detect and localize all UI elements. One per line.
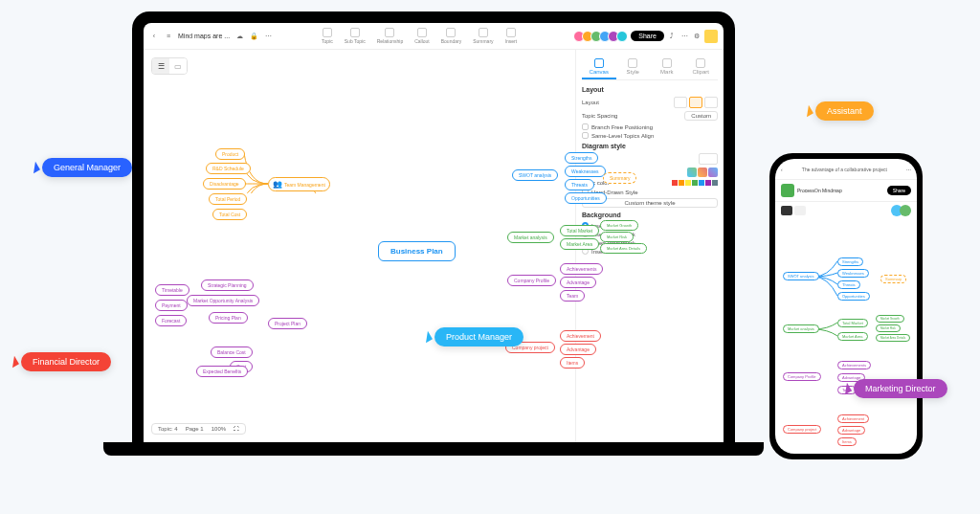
color-swatch[interactable] [705,180,711,186]
overflow-icon[interactable]: ⋯ [679,32,689,41]
rainbow-swatch[interactable] [708,168,718,177]
node-leaf[interactable]: Market Risk [600,232,634,242]
color-swatch[interactable] [672,180,678,186]
node-leaf[interactable]: R&D Schedule [206,163,251,174]
topic-style-option[interactable] [699,153,718,165]
status-page[interactable]: Page 1 [186,426,204,432]
overflow-icon[interactable]: ⋯ [906,167,911,172]
node-leaf[interactable]: Pricing Plan [209,312,248,324]
rainbow-swatch[interactable] [687,168,697,177]
more-icon[interactable]: ⋯ [263,32,273,41]
node-leaf[interactable]: Timetable [155,284,189,296]
tool-boundary[interactable]: Boundary [436,26,466,46]
phone-node[interactable]: Company project [783,425,821,434]
share-button[interactable]: Share [631,31,664,41]
rainbow-swatch[interactable] [698,168,707,177]
node-leaf[interactable]: Market Opportunity Analysis [187,295,259,306]
phone-node-leaf[interactable]: Market Area [837,332,868,341]
view-outline-icon[interactable]: ▭ [169,58,187,74]
phone-node-leaf[interactable]: Achievements [837,361,871,369]
phone-node-leaf[interactable]: Advantage [837,426,865,435]
node-leaf[interactable]: Items [560,357,585,369]
view-mindmap-icon[interactable]: ☰ [152,58,169,74]
phone-node[interactable]: Market analysis [783,324,819,333]
node-leaf[interactable]: Advantage [560,344,596,355]
phone-node-leaf[interactable]: Market Growth [876,315,904,323]
phone-node-leaf[interactable]: Market Area Details [876,334,910,342]
node-leaf[interactable]: Threats [565,179,594,190]
layout-option[interactable] [674,97,687,108]
document-title[interactable]: Mind maps are ... [178,33,230,39]
lock-icon[interactable]: 🔒 [249,32,258,41]
phone-share-button[interactable]: Share [887,186,911,195]
avatar[interactable] [900,205,911,216]
node-leaf[interactable]: Weaknesses [565,166,606,177]
avatar[interactable] [616,31,628,42]
node-leaf[interactable]: Total Market [560,225,599,236]
node-leaf[interactable]: Advantage [560,277,596,288]
phone-canvas[interactable]: SWOT analysis Strengths Weaknesses Threa… [775,219,917,454]
node-leaf[interactable]: Balance Cost [211,346,253,358]
phone-node-summary[interactable]: Summary [880,275,906,283]
color-swatch[interactable] [685,180,691,186]
tab-mark[interactable]: Mark [650,56,684,79]
spacing-custom-button[interactable]: Custom [684,111,718,121]
node-leaf[interactable]: Team [560,290,585,302]
phone-node-leaf[interactable]: Threats [837,280,860,289]
phone-node-leaf[interactable]: Total Market [837,319,868,327]
link-icon[interactable]: ⤴ [667,32,677,41]
node-team-management[interactable]: 👥Team Management [268,177,330,191]
phone-node-leaf[interactable]: Market Risk [876,324,901,332]
tool-insert[interactable]: Insert [501,26,523,46]
phone-node-leaf[interactable]: Strengths [837,257,863,266]
fullscreen-icon[interactable]: ⛶ [234,426,239,432]
phone-node[interactable]: Company Profile [783,372,821,381]
tool-subtopic[interactable]: Sub Topic [340,26,370,46]
node-company-profile[interactable]: Company Profile [507,275,556,286]
phone-view-tab[interactable] [781,206,792,215]
phone-avatars[interactable] [894,205,911,216]
checkbox-same-level[interactable]: Same-Level Topics Align [582,132,718,139]
tool-callout[interactable]: Callout [410,26,434,46]
back-icon[interactable]: ‹ [149,32,159,41]
cloud-icon[interactable]: ☁ [234,32,244,41]
tool-relationship[interactable]: Relationship [372,26,409,46]
tool-topic[interactable]: Topic [317,26,338,46]
node-market[interactable]: Market analysis [507,232,554,243]
phone-node[interactable]: SWOT analysis [783,272,819,280]
node-leaf[interactable]: Strengths [565,152,598,164]
node-center[interactable]: Business Plan [378,241,456,261]
tool-summary[interactable]: Summary [468,26,498,46]
phone-node-leaf[interactable]: Items [837,437,857,446]
node-leaf[interactable]: Total Period [209,193,247,205]
collaborator-avatars[interactable] [576,31,628,42]
node-leaf[interactable]: Opportunities [565,192,607,204]
tab-style[interactable]: Style [616,56,651,79]
node-leaf[interactable]: Strategic Planning [201,279,254,291]
node-leaf[interactable]: Payment [155,300,188,311]
phone-node-leaf[interactable]: Opportunities [837,292,870,301]
settings-icon[interactable]: ⚙ [692,32,702,41]
canvas[interactable]: ☰ ▭ [144,50,575,442]
menu-icon[interactable]: ≡ [164,32,173,41]
layout-option[interactable] [704,97,718,108]
node-summary[interactable]: Summary [603,172,636,184]
phone-view-tab[interactable] [794,206,806,215]
phone-node-leaf[interactable]: Achievement [837,414,869,423]
tab-canvas[interactable]: Canvas [582,56,616,79]
node-leaf[interactable]: Achievements [560,263,603,275]
color-swatch[interactable] [712,180,718,186]
user-badge[interactable] [704,30,718,43]
node-project-plan[interactable]: Project Plan [268,318,307,329]
color-swatch[interactable] [679,180,684,186]
node-leaf[interactable]: Achievement [560,330,601,342]
layout-option-selected[interactable] [689,97,702,108]
node-leaf[interactable]: Product [215,148,245,160]
checkbox-branch-free[interactable]: Branch Free Positioning [582,123,718,130]
node-swot[interactable]: SWOT analysis [512,169,558,181]
node-leaf[interactable]: Market Area [560,238,599,250]
node-leaf[interactable]: Market Growth [600,220,638,231]
status-zoom[interactable]: 100% [212,426,226,432]
tab-clipart[interactable]: Clipart [684,56,719,79]
node-leaf[interactable]: Forecast [155,315,187,326]
